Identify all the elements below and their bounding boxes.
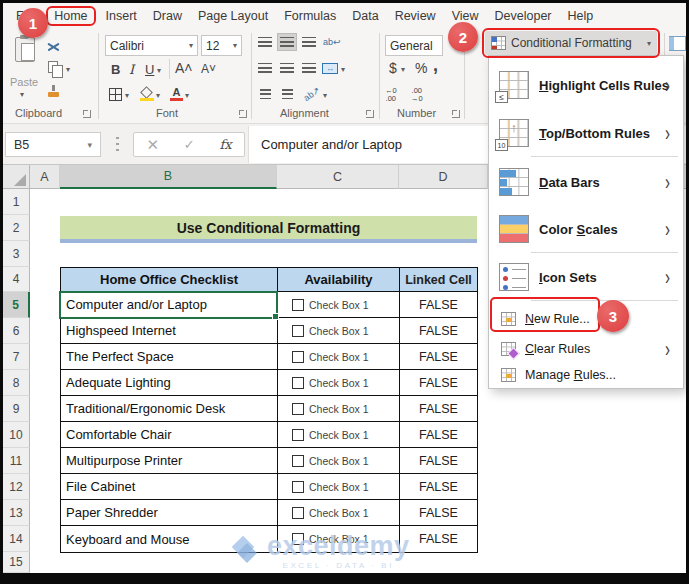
row-header-8[interactable]: 8: [3, 370, 30, 396]
sheet-title-cell[interactable]: Use Conditional Formatting: [60, 216, 477, 239]
comma-button[interactable]: ,: [433, 55, 438, 76]
row-header-3[interactable]: 3: [3, 241, 30, 267]
row-header-1[interactable]: 1: [3, 189, 30, 215]
merge-center-icon[interactable]: ↔: [322, 63, 338, 74]
alignment-dialog-launcher-icon[interactable]: [366, 110, 374, 118]
borders-dropdown-icon[interactable]: ▾: [125, 91, 129, 100]
tab-formulas[interactable]: Formulas: [276, 6, 344, 26]
column-header-C[interactable]: C: [277, 165, 399, 189]
linked-cell[interactable]: FALSE: [400, 396, 477, 422]
bold-button[interactable]: B: [111, 62, 120, 77]
number-dialog-launcher-icon[interactable]: [452, 110, 460, 118]
checkbox-icon[interactable]: [292, 481, 304, 493]
font-size-select[interactable]: 12▾: [201, 35, 242, 56]
underline-button[interactable]: U: [145, 62, 154, 77]
linked-cell[interactable]: FALSE: [400, 500, 477, 526]
item-cell[interactable]: File Cabinet: [61, 474, 278, 500]
menu-item-highlight-cells-rules[interactable]: ≤Highlight Cells Rules: [489, 60, 683, 110]
linked-cell[interactable]: FALSE: [400, 422, 477, 448]
row-header-7[interactable]: 7: [3, 344, 30, 370]
align-bottom-button[interactable]: [299, 33, 319, 51]
copy-dropdown-icon[interactable]: ▾: [66, 65, 70, 74]
item-cell[interactable]: The Perfect Space: [61, 344, 278, 370]
tab-home[interactable]: Home: [46, 6, 95, 26]
tab-insert[interactable]: Insert: [98, 6, 145, 26]
cut-icon[interactable]: [47, 40, 61, 53]
orientation-dropdown-icon[interactable]: ▾: [323, 91, 327, 100]
decrease-indent-button[interactable]: [255, 85, 275, 103]
item-cell[interactable]: Adequate Lighting: [61, 370, 278, 396]
item-cell[interactable]: Traditional/Ergonomic Desk: [61, 396, 278, 422]
underline-dropdown-icon[interactable]: ▾: [157, 66, 161, 75]
row-header-15[interactable]: 15: [3, 552, 30, 573]
row-header-13[interactable]: 13: [3, 500, 30, 526]
row-header-12[interactable]: 12: [3, 474, 30, 500]
align-top-button[interactable]: [255, 33, 275, 51]
linked-cell[interactable]: FALSE: [400, 344, 477, 370]
borders-icon[interactable]: [109, 88, 122, 101]
checkbox-icon[interactable]: [292, 377, 304, 389]
checkbox-icon[interactable]: [292, 403, 304, 415]
checkbox-icon[interactable]: [292, 533, 304, 545]
row-header-9[interactable]: 9: [3, 396, 30, 422]
column-header-A[interactable]: A: [30, 165, 60, 189]
cancel-icon[interactable]: ✕: [146, 136, 159, 154]
linked-cell[interactable]: FALSE: [400, 448, 477, 474]
decrease-decimal-button[interactable]: .00 →0: [411, 87, 423, 103]
row-header-14[interactable]: 14: [3, 526, 30, 552]
menu-item-clear-rules[interactable]: Clear Rules: [489, 336, 683, 362]
row-header-11[interactable]: 11: [3, 448, 30, 474]
item-cell[interactable]: Keyboard and Mouse: [61, 526, 278, 552]
clipboard-dialog-launcher-icon[interactable]: [83, 110, 91, 118]
linked-cell[interactable]: FALSE: [400, 474, 477, 500]
tab-developer[interactable]: Developer: [487, 6, 560, 26]
enter-icon[interactable]: ✓: [184, 137, 195, 152]
italic-button[interactable]: I: [129, 62, 134, 77]
select-all-button[interactable]: [3, 165, 30, 189]
item-cell[interactable]: Highspeed Internet: [61, 318, 278, 344]
font-color-dropdown-icon[interactable]: ▾: [185, 91, 189, 100]
merge-center-dropdown-icon[interactable]: ▾: [341, 65, 345, 74]
wrap-text-icon[interactable]: ab↩: [323, 37, 341, 47]
row-header-2[interactable]: 2: [3, 215, 30, 241]
insert-function-icon[interactable]: fx: [219, 137, 231, 152]
grow-font-button[interactable]: A˄: [175, 60, 193, 76]
linked-cell[interactable]: FALSE: [400, 370, 477, 396]
name-box[interactable]: B5: [5, 132, 101, 157]
align-middle-button[interactable]: [277, 33, 297, 51]
font-name-select[interactable]: Calibri▾: [105, 35, 198, 56]
paste-label[interactable]: Paste: [10, 76, 38, 88]
row-header-10[interactable]: 10: [3, 422, 30, 448]
paste-icon[interactable]: [15, 37, 35, 62]
currency-button[interactable]: $: [389, 60, 397, 76]
menu-item-top-bottom-rules[interactable]: ↑10Top/Bottom Rules: [489, 110, 683, 156]
column-header-D[interactable]: D: [399, 165, 488, 189]
tab-page-layout[interactable]: Page Layout: [190, 6, 276, 26]
fill-color-dropdown-icon[interactable]: ▾: [156, 91, 160, 100]
row-header-5[interactable]: 5: [3, 292, 30, 318]
copy-icon[interactable]: [48, 61, 58, 73]
tab-data[interactable]: Data: [344, 6, 386, 26]
orientation-icon[interactable]: ab↗: [302, 85, 322, 103]
column-header-B[interactable]: B: [60, 165, 277, 189]
paste-dropdown-icon[interactable]: ▾: [20, 90, 24, 99]
checkbox-icon[interactable]: [292, 455, 304, 467]
font-color-icon[interactable]: A: [170, 87, 183, 101]
checkbox-icon[interactable]: [292, 351, 304, 363]
increase-decimal-button[interactable]: ←0 .00: [385, 87, 397, 103]
row-header-4[interactable]: 4: [3, 267, 30, 292]
row-header-6[interactable]: 6: [3, 318, 30, 344]
linked-cell[interactable]: FALSE: [400, 526, 477, 552]
align-left-button[interactable]: [255, 59, 275, 77]
menu-item-color-scales[interactable]: Color Scales: [489, 206, 683, 252]
menu-item-icon-sets[interactable]: Icon Sets: [489, 254, 683, 300]
number-format-select[interactable]: General: [385, 35, 443, 56]
tab-review[interactable]: Review: [387, 6, 444, 26]
align-right-button[interactable]: [299, 59, 319, 77]
checkbox-icon[interactable]: [292, 429, 304, 441]
fill-color-icon[interactable]: [140, 88, 154, 101]
item-cell[interactable]: Comfortable Chair: [61, 422, 278, 448]
percent-button[interactable]: %: [415, 60, 427, 76]
checkbox-icon[interactable]: [292, 325, 304, 337]
checkbox-icon[interactable]: [292, 507, 304, 519]
